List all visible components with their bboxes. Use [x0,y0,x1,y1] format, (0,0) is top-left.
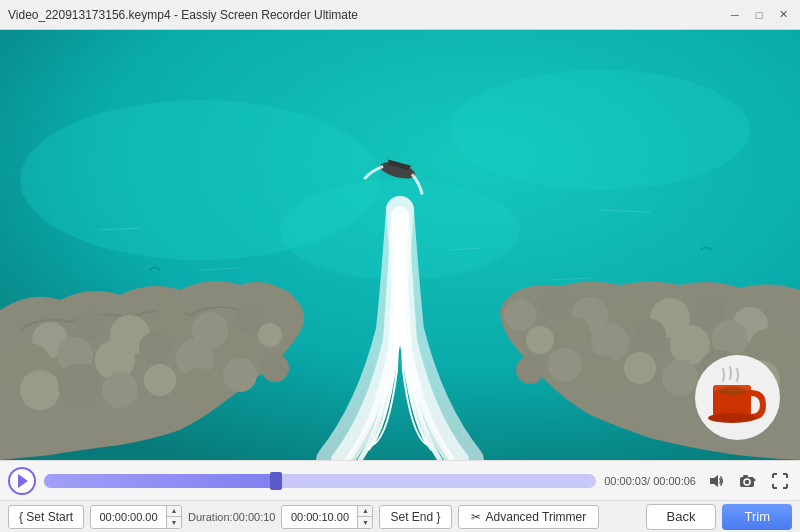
svg-point-18 [58,363,102,407]
advanced-trimmer-button[interactable]: ✂ Advanced Trimmer [458,505,600,529]
svg-rect-61 [743,475,748,477]
svg-point-41 [624,352,656,384]
progress-fill [44,474,276,488]
total-time: 00:00:06 [653,475,696,487]
end-time-spinner: ▲ ▼ [357,506,372,528]
back-button[interactable]: Back [646,504,717,530]
video-frame [0,30,800,460]
volume-button[interactable] [704,469,728,493]
set-start-button[interactable]: { Set Start [8,505,84,529]
svg-point-36 [560,317,590,347]
start-time-down[interactable]: ▼ [167,517,181,528]
svg-marker-57 [710,475,718,487]
title-bar: Video_220913173156.keymp4 - Eassiy Scree… [0,0,800,30]
scissors-icon: ✂ [471,510,481,524]
volume-icon [708,473,724,489]
svg-point-40 [662,360,698,396]
end-time-up[interactable]: ▲ [358,506,372,517]
start-time-spinner: ▲ ▼ [166,506,181,528]
svg-point-13 [139,332,171,364]
svg-point-17 [20,370,60,410]
maximize-button[interactable]: □ [750,6,768,24]
svg-point-21 [180,368,220,408]
duration-label: Duration:00:00:10 [188,511,275,523]
svg-point-15 [225,330,255,360]
mug-overlay [695,355,780,440]
svg-point-27 [614,292,646,324]
minimize-button[interactable]: ─ [726,6,744,24]
end-time-input-group: ▲ ▼ [281,505,373,529]
trim-button[interactable]: Trim [722,504,792,530]
svg-point-56 [717,387,747,395]
svg-point-2 [450,70,750,190]
svg-point-7 [154,304,186,336]
svg-point-16 [258,323,282,347]
svg-point-5 [75,310,105,340]
svg-point-25 [695,295,725,325]
svg-point-9 [236,304,264,332]
window-controls: ─ □ ✕ [726,6,792,24]
start-time-input[interactable] [91,509,166,525]
svg-point-55 [708,413,756,423]
start-time-input-group: ▲ ▼ [90,505,182,529]
progress-bar[interactable] [44,474,596,488]
svg-point-37 [526,326,554,354]
svg-point-34 [634,319,666,351]
camera-icon [739,473,757,489]
title-text: Video_220913173156.keymp4 - Eassiy Scree… [8,8,358,22]
close-button[interactable]: ✕ [774,6,792,24]
time-display: 00:00:03/ 00:00:06 [604,475,696,487]
end-time-down[interactable]: ▼ [358,517,372,528]
fullscreen-button[interactable] [768,469,792,493]
play-icon [18,474,28,488]
start-time-up[interactable]: ▲ [167,506,181,517]
svg-point-42 [580,355,620,395]
play-button[interactable] [8,467,36,495]
playback-controls: 00:00:03/ 00:00:06 [0,460,800,500]
progress-thumb[interactable] [270,472,282,490]
svg-point-44 [516,356,544,384]
svg-point-22 [223,358,257,392]
video-player [0,30,800,460]
set-end-button[interactable]: Set End } [379,505,451,529]
fullscreen-icon [772,473,788,489]
svg-point-43 [548,348,582,382]
svg-point-30 [504,299,536,331]
bottom-toolbar: { Set Start ▲ ▼ Duration:00:00:10 ▲ ▼ Se… [0,500,800,532]
camera-button[interactable] [736,469,760,493]
svg-point-29 [541,291,569,319]
svg-point-19 [102,372,138,408]
advanced-label: Advanced Trimmer [486,510,587,524]
svg-point-23 [261,354,289,382]
current-time: 00:00:03 [604,475,647,487]
end-time-input[interactable] [282,509,357,525]
svg-point-20 [144,364,176,396]
